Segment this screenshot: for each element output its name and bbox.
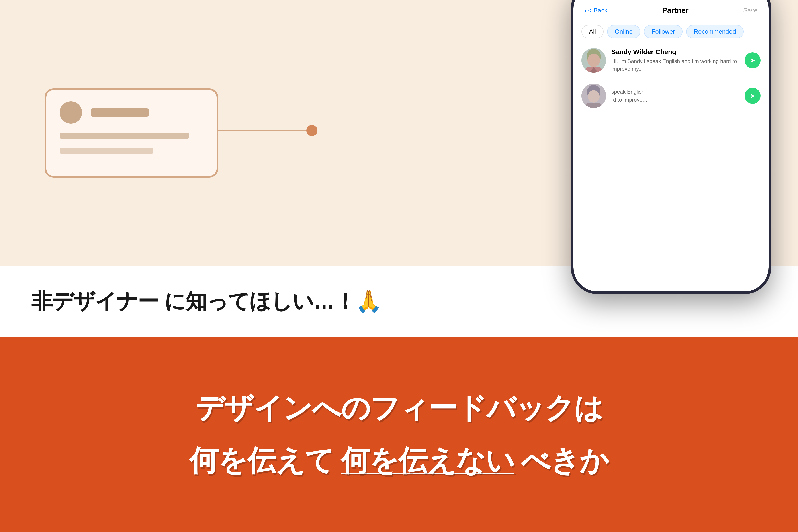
card-avatar bbox=[60, 101, 82, 124]
phone-container: 9:41 📶 bbox=[571, 0, 771, 294]
svg-rect-8 bbox=[586, 103, 601, 108]
connector-dot bbox=[306, 125, 318, 136]
partial-send-icon: ➤ bbox=[750, 92, 755, 100]
connector bbox=[218, 125, 318, 136]
top-section: 9:41 📶 bbox=[0, 0, 798, 266]
phone-top-area: 9:41 📶 bbox=[573, 0, 768, 0]
partial-user-desc: speak English rd to improve... bbox=[611, 88, 739, 104]
nav-title: Partner bbox=[607, 6, 743, 15]
card-name-bar bbox=[91, 109, 149, 116]
filter-tab-follower[interactable]: Follower bbox=[644, 25, 683, 38]
nav-back-label[interactable]: < Back bbox=[588, 7, 607, 14]
filter-tab-all[interactable]: All bbox=[582, 25, 604, 38]
bottom-line2-part3: べきか bbox=[521, 441, 609, 480]
nav-back-button[interactable]: ‹ < Back bbox=[585, 7, 607, 14]
partial-send-button[interactable]: ➤ bbox=[744, 88, 761, 104]
card-mockup bbox=[44, 89, 218, 177]
chevron-left-icon: ‹ bbox=[585, 7, 587, 14]
card-top-row bbox=[60, 101, 203, 124]
nav-bar: ‹ < Back Partner Save bbox=[573, 0, 768, 20]
sandy-avatar bbox=[582, 48, 606, 73]
bottom-line2-part1: 何を伝えて bbox=[189, 441, 334, 480]
svg-point-7 bbox=[588, 90, 600, 103]
send-arrow-icon: ➤ bbox=[750, 57, 755, 64]
partial-user-info: speak English rd to improve... bbox=[611, 88, 739, 104]
card-line-long bbox=[60, 133, 189, 139]
connector-line-group bbox=[218, 125, 318, 136]
page-wrapper: 9:41 📶 bbox=[0, 0, 798, 532]
bottom-line2: 何を伝えて 何を伝えない べきか bbox=[189, 441, 609, 480]
phone-frame: 9:41 📶 bbox=[571, 0, 771, 294]
card-line-medium bbox=[60, 148, 153, 154]
phone-screen: 9:41 📶 bbox=[573, 0, 768, 291]
nav-save-button[interactable]: Save bbox=[743, 7, 757, 14]
sandy-description: Hi, i'm Sandy.I speak English and I'm wo… bbox=[611, 57, 739, 72]
connector-line bbox=[218, 130, 307, 131]
bottom-line2-part2: 何を伝えない bbox=[341, 441, 514, 480]
sandy-info: Sandy Wilder Cheng Hi, i'm Sandy.I speak… bbox=[611, 48, 739, 72]
filter-tabs: All Online Follower Recommended bbox=[573, 20, 768, 43]
bottom-line1: デザインへのフィードバックは bbox=[195, 389, 603, 428]
filter-tab-recommended[interactable]: Recommended bbox=[686, 25, 744, 38]
svg-point-2 bbox=[587, 54, 600, 67]
filter-tab-online[interactable]: Online bbox=[607, 25, 640, 38]
sandy-send-button[interactable]: ➤ bbox=[744, 52, 761, 69]
user-item-partial: speak English rd to improve... ➤ bbox=[573, 78, 768, 113]
bottom-section: デザインへのフィードバックは 何を伝えて 何を伝えない べきか bbox=[0, 337, 798, 532]
sandy-name: Sandy Wilder Cheng bbox=[611, 48, 739, 56]
mid-text: 非デザイナー に知ってほしい…！🙏 bbox=[31, 287, 382, 316]
user-item-sandy: Sandy Wilder Cheng Hi, i'm Sandy.I speak… bbox=[573, 43, 768, 78]
partial-avatar bbox=[582, 83, 606, 108]
